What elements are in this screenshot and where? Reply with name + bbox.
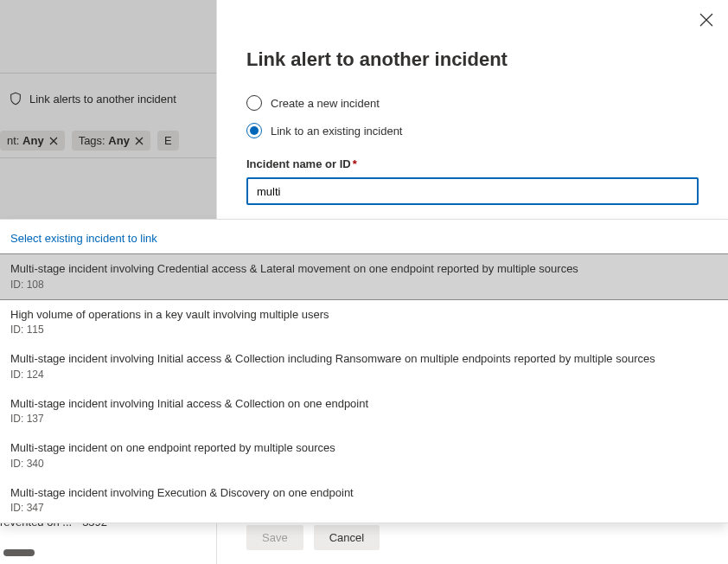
radio-link-existing-incident[interactable]: Link to an existing incident xyxy=(246,123,699,138)
incident-suggestions-dropdown: Select existing incident to link Multi-s… xyxy=(0,219,728,523)
suggestion-id: ID: 137 xyxy=(10,413,718,425)
radio-create-new-incident[interactable]: Create a new incident xyxy=(246,95,699,111)
suggestion-title: High volume of operations in a key vault… xyxy=(10,307,718,323)
radio-icon xyxy=(246,123,262,138)
radio-label: Create a new incident xyxy=(271,97,380,110)
suggestion-item[interactable]: Multi-stage incident on one endpoint rep… xyxy=(0,433,728,478)
panel-title: Link alert to another incident xyxy=(246,48,699,71)
modal-scrim xyxy=(0,0,216,219)
incident-name-input[interactable] xyxy=(246,177,699,205)
suggestion-item[interactable]: Multi-stage incident involving Initial a… xyxy=(0,389,728,434)
suggestion-id: ID: 347 xyxy=(10,502,718,514)
radio-label: Link to an existing incident xyxy=(271,125,402,138)
radio-icon xyxy=(246,95,262,111)
suggestion-title: Multi-stage incident involving Initial a… xyxy=(10,396,718,412)
incident-field-label: Incident name or ID* xyxy=(246,157,699,170)
close-icon[interactable] xyxy=(699,12,714,28)
cancel-button[interactable]: Cancel xyxy=(314,525,380,550)
suggestion-id: ID: 340 xyxy=(10,458,718,470)
link-mode-radio-group: Create a new incident Link to an existin… xyxy=(246,95,699,138)
save-button[interactable]: Save xyxy=(246,525,303,550)
suggestions-header: Select existing incident to link xyxy=(0,220,728,253)
suggestion-title: Multi-stage incident involving Initial a… xyxy=(10,351,718,367)
panel-footer: Save Cancel xyxy=(246,525,380,550)
suggestion-title: Multi-stage incident involving Execution… xyxy=(10,485,718,501)
suggestion-id: ID: 124 xyxy=(10,369,718,381)
suggestion-item[interactable]: Multi-stage incident involving Execution… xyxy=(0,478,728,523)
suggestion-title: Multi-stage incident on one endpoint rep… xyxy=(10,440,718,456)
suggestion-item[interactable]: Multi-stage incident involving Credentia… xyxy=(0,253,728,300)
suggestion-id: ID: 115 xyxy=(10,324,718,336)
required-asterisk: * xyxy=(353,157,357,170)
suggestion-title: Multi-stage incident involving Credentia… xyxy=(10,261,718,277)
scroll-indicator xyxy=(3,549,35,556)
suggestion-item[interactable]: High volume of operations in a key vault… xyxy=(0,300,728,345)
suggestion-id: ID: 108 xyxy=(10,279,718,291)
suggestion-item[interactable]: Multi-stage incident involving Initial a… xyxy=(0,344,728,389)
